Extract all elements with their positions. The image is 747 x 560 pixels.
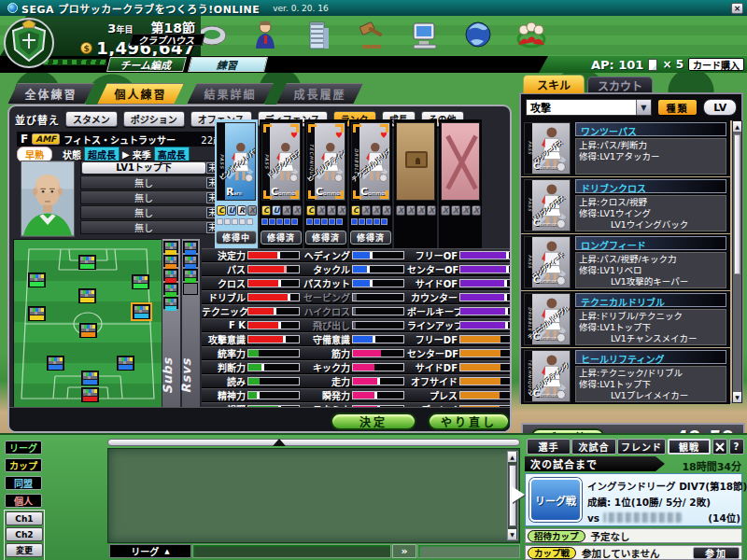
card-rank-buttons[interactable]: CUXX [261, 205, 302, 216]
chat-channel-button[interactable]: カップ [5, 458, 42, 472]
scroll-up-icon[interactable]: ▲ [733, 121, 741, 132]
practice-tab[interactable]: 成長履歴 [276, 83, 363, 105]
player-chip[interactable] [28, 273, 46, 287]
rank-letter-button[interactable]: X [317, 205, 326, 216]
chat-channel-button[interactable]: 個人 [5, 494, 42, 508]
computer-icon[interactable] [408, 17, 442, 52]
chat-input[interactable] [192, 544, 391, 558]
sort-button[interactable]: ポジション [123, 111, 185, 127]
card-status-button[interactable]: 修得済 [350, 231, 391, 245]
rank-letter-button[interactable]: X [337, 205, 346, 216]
skill-filter-dropdown[interactable]: 攻撃 ▼ [526, 99, 652, 116]
rank-letter-button[interactable]: C [261, 205, 271, 216]
rank-letter-button[interactable]: X [327, 205, 336, 216]
practice-tab[interactable]: 個人練習 [97, 83, 184, 105]
card-rank-buttons[interactable]: CXXX [306, 205, 346, 216]
reserve-player-chip[interactable] [183, 269, 198, 281]
scroll-down-icon[interactable]: ▼ [508, 529, 516, 539]
match-panel-button[interactable]: 観戦 [668, 439, 711, 455]
redo-button[interactable]: やり直し [428, 413, 510, 430]
rank-letter-button[interactable]: X [451, 205, 460, 216]
player-chip[interactable] [79, 323, 97, 338]
practice-tab[interactable]: 結果詳細 [187, 83, 274, 105]
skill-card-slot[interactable]: TECHNIQUE ヒールリフティング Common CXXX 修得済 [304, 119, 347, 248]
manager-icon[interactable] [248, 17, 282, 52]
sub-player-chip[interactable] [163, 283, 178, 295]
rank-letter-button[interactable]: C [306, 205, 316, 216]
sub-player-chip[interactable] [163, 297, 178, 309]
help-button[interactable]: ? [729, 439, 744, 455]
rank-letter-button[interactable]: X [282, 205, 291, 216]
rank-letter-button[interactable]: C [217, 205, 226, 216]
change-button[interactable]: 変更 [6, 543, 43, 557]
kind-button[interactable]: 種類 [657, 99, 698, 116]
card-status-button[interactable]: 修得済 [305, 231, 346, 245]
world-globe-icon[interactable] [461, 17, 495, 52]
skill-list-item[interactable]: PASS ロングフィード Common ロングフィード 上昇:パス/視野/キック… [521, 234, 730, 290]
card-rank-buttons[interactable]: XXXX [396, 205, 436, 216]
player-chip[interactable] [81, 371, 99, 385]
community-icon[interactable] [514, 17, 548, 52]
rank-letter-button[interactable]: C [351, 205, 360, 216]
reserve-player-chip[interactable] [183, 255, 198, 267]
skill-card-slot[interactable]: DRIBBLE テクニカルドリブル Common CXXX 修得済 [349, 119, 392, 248]
chat-input-secondary[interactable] [417, 544, 520, 558]
sub-player-chip[interactable] [163, 255, 178, 267]
reserve-player-chip[interactable] [183, 283, 198, 295]
ability-slot-row[interactable]: 無し 未 [80, 205, 220, 219]
match-panel-button[interactable]: フレンド [617, 439, 666, 455]
skill-list-item[interactable]: TECHNIQUE ヒールリフティング Common ヒールリフティング 上昇:… [521, 348, 730, 404]
skill-list-item[interactable]: PASS ドリブンクロス Common ドリブンクロス 上昇:クロス/視野 修得… [521, 177, 730, 233]
scroll-marker-icon[interactable] [273, 439, 286, 446]
rank-letter-button[interactable]: X [427, 205, 436, 216]
player-chip[interactable] [133, 304, 150, 319]
chat-channel-button[interactable]: リーグ [5, 441, 42, 455]
card-buy-button[interactable]: カード購入 [688, 58, 744, 71]
rank-letter-button[interactable]: X [247, 205, 257, 216]
rank-letter-button[interactable]: X [416, 205, 426, 216]
nav-team-tab[interactable]: チーム編成 [106, 57, 187, 72]
rank-letter-button[interactable]: X [382, 205, 391, 216]
player-chip[interactable] [117, 356, 134, 371]
scroll-down-icon[interactable]: ▼ [733, 392, 741, 402]
chat-send-button[interactable]: » [392, 544, 416, 558]
skill-card-slot[interactable]: XXXX [394, 119, 437, 248]
rank-letter-button[interactable]: U [272, 205, 281, 216]
channel-button[interactable]: Ch2 [6, 527, 43, 541]
skill-scrollbar[interactable]: ▲ ▼ [732, 120, 742, 403]
ability-slot-row[interactable]: LV1トップ下 未 [80, 161, 220, 175]
lv-button[interactable]: LV [703, 99, 737, 116]
chat-input-channel-button[interactable]: リーグ [109, 544, 191, 558]
tab-scout[interactable]: スカウト [587, 77, 653, 93]
nav-practice-tab[interactable]: 練習 [188, 57, 268, 72]
match-panel-button[interactable]: 次試合 [571, 439, 616, 455]
scroll-up-icon[interactable]: ▲ [508, 452, 516, 462]
player-chip[interactable] [28, 306, 46, 321]
skill-card-slot[interactable]: PASS ピンポイントパス Rare CURX 修得中 [215, 119, 258, 248]
skill-list-item[interactable]: DRIBBLE テクニカルドリブル Common テクニカルドリブル 上昇:ドリ… [521, 291, 730, 347]
rank-letter-button[interactable]: X [441, 205, 450, 216]
card-rank-buttons[interactable]: CURX [217, 205, 257, 216]
rank-letter-button[interactable]: U [227, 205, 236, 216]
confirm-button[interactable]: 決定 [331, 413, 416, 430]
channel-button[interactable]: Ch1 [6, 511, 43, 525]
player-chip[interactable] [78, 288, 96, 303]
match-panel-button[interactable]: 選手 [527, 439, 571, 455]
card-status-button[interactable]: 修得済 [261, 231, 302, 245]
ability-slot-row[interactable]: 無し 未 [80, 190, 220, 204]
skill-list-item[interactable]: PASS ワンツーパス Common ワンツーパス 上昇:パス/判断力 修得:L… [521, 120, 730, 176]
auction-gavel-icon[interactable] [355, 17, 388, 52]
rank-letter-button[interactable]: X [372, 205, 381, 216]
rank-letter-button[interactable]: X [472, 205, 481, 216]
player-chip[interactable] [78, 255, 96, 270]
skill-card-slot[interactable]: XXXX [439, 119, 482, 248]
scroll-thumb[interactable] [734, 134, 740, 274]
skill-card-slot[interactable]: PASS ドリブンクロス Common CUXX 修得済 [260, 119, 303, 248]
practice-tab[interactable]: 全体練習 [7, 83, 94, 105]
card-rank-buttons[interactable]: CXXX [351, 205, 391, 216]
reserve-player-chip[interactable] [183, 241, 198, 253]
player-chip[interactable] [81, 387, 99, 402]
league-match-button[interactable]: リーグ戦 [529, 478, 582, 522]
ability-slot-row[interactable]: 無し 未 [80, 220, 220, 234]
sort-button[interactable]: スタメン [65, 111, 118, 127]
